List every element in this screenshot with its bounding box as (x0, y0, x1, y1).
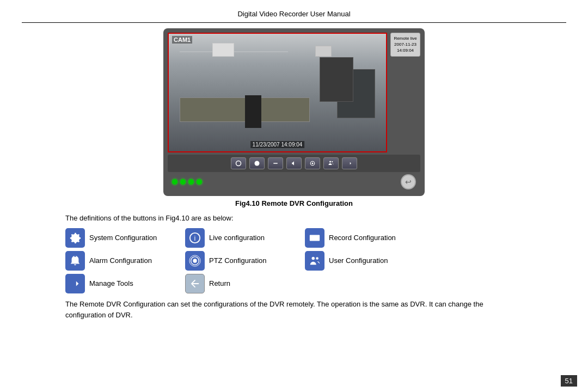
page-header: Digital Video Recorder User Manual (22, 0, 566, 23)
svg-point-0 (255, 161, 260, 166)
svg-point-5 (332, 161, 333, 162)
return-btn[interactable]: ↩ (401, 174, 416, 189)
figure-caption: Fig4.10 Remote DVR Configuration (235, 199, 353, 207)
cam-timestamp: 11/23/2007 14:09:04 (250, 141, 305, 148)
svg-text:i: i (194, 234, 196, 242)
led-1 (172, 179, 177, 185)
btn-item-system-config: System Configuration (65, 228, 185, 248)
led-2 (180, 179, 186, 185)
live-config-icon: i (185, 228, 205, 248)
btn-item-manage-tools: Manage Tools (65, 274, 185, 293)
record-config-icon (305, 228, 324, 248)
intro-text: The definitions of the buttons in Fig4.1… (65, 213, 566, 224)
ctrl-btn-arrow[interactable] (342, 157, 357, 169)
manage-tools-label: Manage Tools (89, 279, 133, 287)
btn-item-return: Return (185, 274, 305, 293)
description-text: The Remote DVR Configuration can set the… (65, 299, 523, 322)
svg-point-9 (193, 259, 197, 262)
user-config-icon (305, 251, 324, 271)
cam-label: CAM1 (172, 36, 192, 44)
svg-point-13 (316, 257, 318, 260)
ctrl-btn-info[interactable] (249, 157, 265, 169)
remote-live-date: 2007-11-23 (393, 41, 418, 47)
header-title: Digital Video Recorder User Manual (237, 10, 350, 18)
svg-rect-8 (310, 235, 320, 241)
return-icon (185, 274, 205, 293)
led-3 (188, 179, 194, 185)
page-number: 51 (561, 375, 577, 387)
svg-point-12 (312, 256, 315, 260)
system-config-label: System Configuration (89, 234, 157, 242)
cam-scene (169, 34, 386, 151)
dvr-image-container: CAM1 11/23/2007 14:09:04 Remote live 200… (0, 28, 588, 207)
btn-item-ptz-config: PTZ Configuration (185, 251, 305, 271)
led-row (172, 179, 202, 185)
record-config-label: Record Configuration (329, 234, 396, 242)
ctrl-btn-speaker[interactable] (286, 157, 302, 169)
dvr-controls-bar (168, 155, 420, 172)
ctrl-btn-dash[interactable] (268, 157, 283, 169)
alarm-config-label: Alarm Configuration (89, 256, 152, 265)
dvr-bottom-row: ↩ (168, 172, 420, 192)
dvr-device: CAM1 11/23/2007 14:09:04 Remote live 200… (163, 28, 425, 196)
remote-live-time: 14:09:04 (393, 47, 418, 53)
live-config-label: Live configuration (209, 234, 265, 242)
ctrl-btn-wrench[interactable] (231, 157, 246, 169)
manage-tools-icon (65, 274, 85, 293)
svg-rect-1 (273, 163, 278, 164)
ctrl-btn-target[interactable] (305, 157, 320, 169)
dvr-screen: CAM1 11/23/2007 14:09:04 (168, 33, 387, 152)
system-config-icon (65, 228, 85, 248)
btn-item-alarm-config: Alarm Configuration (65, 251, 185, 271)
remote-live-label: Remote live (393, 35, 418, 41)
ctrl-btn-people[interactable] (323, 157, 339, 169)
empty-cell (305, 274, 457, 293)
alarm-config-icon (65, 251, 85, 271)
dvr-screen-area: CAM1 11/23/2007 14:09:04 (168, 33, 387, 152)
btn-item-user-config: User Configuration (305, 251, 457, 271)
ptz-config-label: PTZ Configuration (209, 256, 267, 265)
buttons-grid: System Configuration i Live configuratio… (65, 228, 523, 293)
ptz-config-icon (185, 251, 205, 271)
user-config-label: User Configuration (329, 256, 388, 265)
svg-point-4 (329, 161, 331, 163)
svg-point-3 (312, 163, 314, 164)
btn-item-live-config: i Live configuration (185, 228, 305, 248)
btn-item-record-config: Record Configuration (305, 228, 457, 248)
dvr-side-panel: Remote live 2007-11-23 14:09:04 (390, 33, 420, 152)
return-label: Return (209, 279, 230, 287)
dvr-top-row: CAM1 11/23/2007 14:09:04 Remote live 200… (168, 33, 420, 152)
remote-live-box: Remote live 2007-11-23 14:09:04 (390, 33, 420, 57)
led-4 (197, 179, 202, 185)
